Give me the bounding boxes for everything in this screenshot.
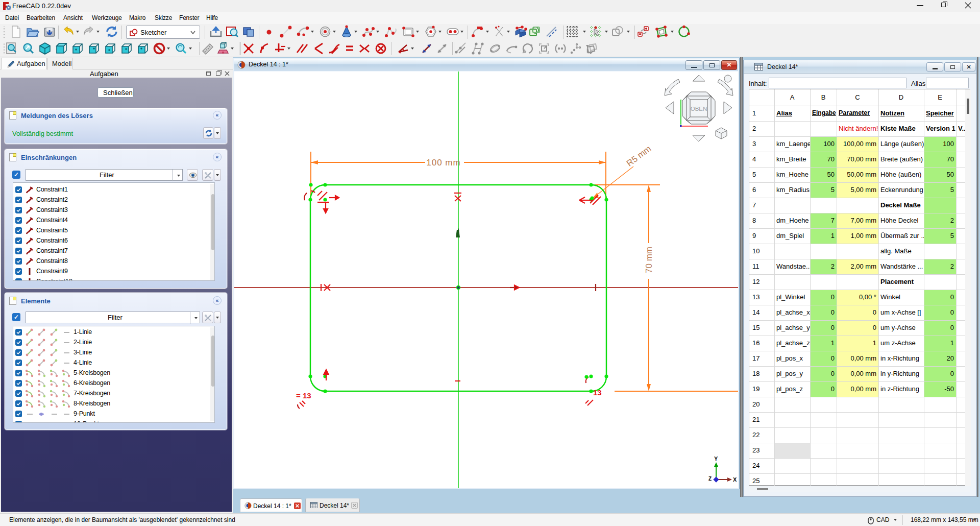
svg-text:= 13: = 13 [296,391,311,400]
svg-text:X: X [733,476,737,483]
svg-text:OBEN: OBEN [691,106,707,112]
svg-text:13: 13 [593,388,602,397]
svg-text:Z: Z [708,476,712,482]
svg-text:Y: Y [714,456,718,462]
svg-text:70 mm: 70 mm [644,247,654,273]
svg-text:R5 mm: R5 mm [625,144,653,169]
svg-text:100 mm: 100 mm [426,158,460,168]
